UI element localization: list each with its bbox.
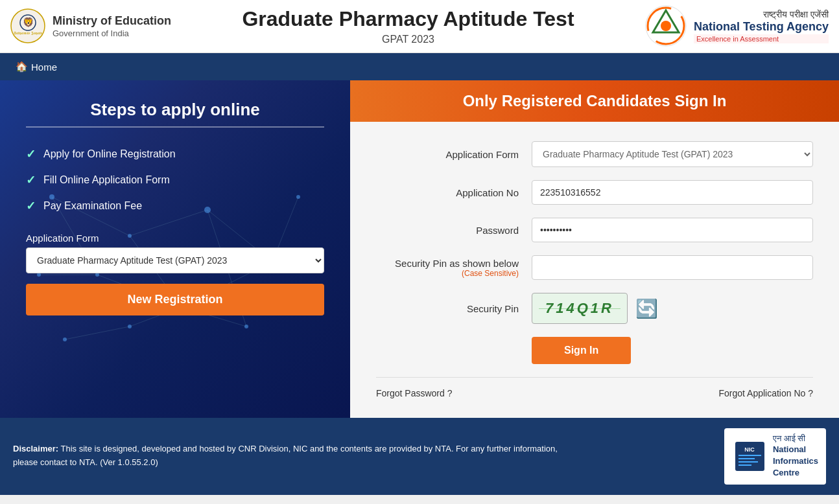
nta-tagline: Excellence in Assessment <box>694 34 829 43</box>
svg-point-31 <box>128 325 132 328</box>
password-row: Password <box>376 218 813 242</box>
nav-bar: 🏠 Home <box>0 53 839 80</box>
ministry-logo-area: 🦁 𝕾𝖆𝖙𝖞𝖆𝖒𝖊𝖛 𝕵𝖆𝖞𝖆𝖙𝖊 Ministry of Education … <box>10 8 171 44</box>
nta-logo-area: राष्ट्रीय परीक्षा एजेंसी National Testin… <box>645 5 829 47</box>
svg-text:🦁: 🦁 <box>23 17 34 28</box>
nic-box: NIC एन आई सी National Informatics Centre <box>724 428 826 485</box>
signin-form: Application Form Graduate Pharmacy Aptit… <box>350 122 839 418</box>
security-pin-input[interactable] <box>532 255 813 280</box>
step-1-item: ✓ Apply for Online Registration <box>26 147 324 161</box>
step-2-item: ✓ Fill Online Application Form <box>26 173 324 187</box>
svg-text:𝕾𝖆𝖙𝖞𝖆𝖒𝖊𝖛 𝕵𝖆𝖞𝖆𝖙𝖊: 𝕾𝖆𝖙𝖞𝖆𝖒𝖊𝖛 𝕵𝖆𝖞𝖆𝖙𝖊 <box>14 31 43 35</box>
captcha-label: Security Pin <box>376 303 519 314</box>
captcha-image: 714Q1R <box>532 293 628 324</box>
nic-logo-area: NIC एन आई सी National Informatics Centre <box>724 428 826 485</box>
app-no-label: Application No <box>376 187 519 198</box>
password-label: Password <box>376 225 519 236</box>
main-content: Steps to apply online ✓ Apply for Online… <box>0 80 839 418</box>
svg-rect-37 <box>739 461 758 463</box>
india-emblem-icon: 🦁 𝕾𝖆𝖙𝖞𝖆𝖒𝖊𝖛 𝕵𝖆𝖞𝖆𝖙𝖊 <box>10 8 46 44</box>
svg-line-17 <box>65 326 130 339</box>
nic-text-area: एन आई सी National Informatics Centre <box>773 433 818 479</box>
signin-btn-row: Sign In <box>376 337 813 364</box>
step-1-check-icon: ✓ <box>26 147 36 161</box>
step-3-label: Pay Examination Fee <box>43 200 142 212</box>
app-no-input[interactable] <box>532 180 813 205</box>
security-pin-label: Security Pin as shown below <box>376 258 519 269</box>
exam-title: Graduate Pharmacy Aptitude Test <box>242 7 574 31</box>
svg-text:NIC: NIC <box>744 446 755 453</box>
home-nav-item[interactable]: 🏠 Home <box>6 56 66 78</box>
forgot-links-area: Forgot Password ? Forgot Application No … <box>376 377 813 398</box>
svg-rect-36 <box>739 458 755 459</box>
nic-hindi-text: एन आई सी <box>773 433 818 444</box>
step-3-check-icon: ✓ <box>26 199 36 213</box>
nta-text: राष्ट्रीय परीक्षा एजेंसी National Testin… <box>694 9 829 43</box>
forgot-appno-link[interactable]: Forgot Application No ? <box>718 388 813 398</box>
app-form-label: Application Form <box>376 149 519 160</box>
steps-title: Steps to apply online <box>26 100 324 128</box>
security-pin-case-label: (Case Sensitive) <box>376 269 519 278</box>
security-pin-label-area: Security Pin as shown below (Case Sensit… <box>376 258 519 278</box>
captcha-row: Security Pin 714Q1R 🔄 <box>376 293 813 324</box>
svg-point-27 <box>244 325 248 328</box>
nic-emblem-icon: NIC <box>732 439 768 474</box>
app-form-select[interactable]: Graduate Pharmacy Aptitude Test (GPAT) 2… <box>532 141 813 167</box>
page-title-area: Graduate Pharmacy Aptitude Test GPAT 202… <box>242 7 574 45</box>
nta-hindi-text: राष्ट्रीय परीक्षा एजेंसी <box>694 9 829 20</box>
signin-button[interactable]: Sign In <box>532 337 631 364</box>
left-app-form-select[interactable]: Graduate Pharmacy Aptitude Test (GPAT) 2… <box>26 247 324 273</box>
svg-point-30 <box>63 338 67 341</box>
svg-line-9 <box>130 210 207 236</box>
disclaimer-body: This site is designed, developed and hos… <box>13 444 558 467</box>
ministry-name: Ministry of Education <box>53 14 171 29</box>
refresh-icon: 🔄 <box>635 298 658 319</box>
page-header: 🦁 𝕾𝖆𝖙𝖞𝖆𝖒𝖊𝖛 𝕵𝖆𝖞𝖆𝖙𝖊 Ministry of Education … <box>0 0 839 53</box>
ministry-text: Ministry of Education Government of Indi… <box>53 14 171 38</box>
govt-name: Government of India <box>53 29 171 38</box>
svg-rect-38 <box>739 464 751 466</box>
app-form-row: Application Form Graduate Pharmacy Aptit… <box>376 141 813 167</box>
nta-logo-icon <box>645 5 687 47</box>
right-panel: Only Registered Candidates Sign In Appli… <box>350 80 839 418</box>
footer-text-area: Disclaimer: This site is designed, devel… <box>13 442 571 470</box>
new-registration-button[interactable]: New Registration <box>26 284 324 315</box>
disclaimer-title: Disclaimer: <box>13 444 58 453</box>
step-2-label: Fill Online Application Form <box>43 174 170 186</box>
home-icon: 🏠 <box>16 61 28 73</box>
left-app-form-label: Application Form <box>26 233 324 244</box>
svg-rect-35 <box>739 455 761 456</box>
left-panel: Steps to apply online ✓ Apply for Online… <box>0 80 350 418</box>
security-pin-row: Security Pin as shown below (Case Sensit… <box>376 255 813 280</box>
nic-english-name: National Informatics Centre <box>773 444 818 479</box>
exam-year: GPAT 2023 <box>242 34 574 45</box>
step-3-item: ✓ Pay Examination Fee <box>26 199 324 213</box>
password-input[interactable] <box>532 218 813 242</box>
step-2-check-icon: ✓ <box>26 173 36 187</box>
app-no-row: Application No <box>376 180 813 205</box>
forgot-password-link[interactable]: Forgot Password ? <box>376 388 453 398</box>
svg-point-7 <box>661 21 671 31</box>
signin-header-text: Only Registered Candidates Sign In <box>370 92 820 110</box>
step-1-label: Apply for Online Registration <box>43 148 176 160</box>
captcha-area: 714Q1R 🔄 <box>532 293 813 324</box>
refresh-captcha-button[interactable]: 🔄 <box>634 295 660 321</box>
home-label: Home <box>31 62 57 73</box>
nta-english-name: National Testing Agency <box>694 20 829 34</box>
footer: Disclaimer: This site is designed, devel… <box>0 418 839 495</box>
signin-header-bar: Only Registered Candidates Sign In <box>350 80 839 122</box>
left-form-section: Application Form Graduate Pharmacy Aptit… <box>26 233 324 315</box>
